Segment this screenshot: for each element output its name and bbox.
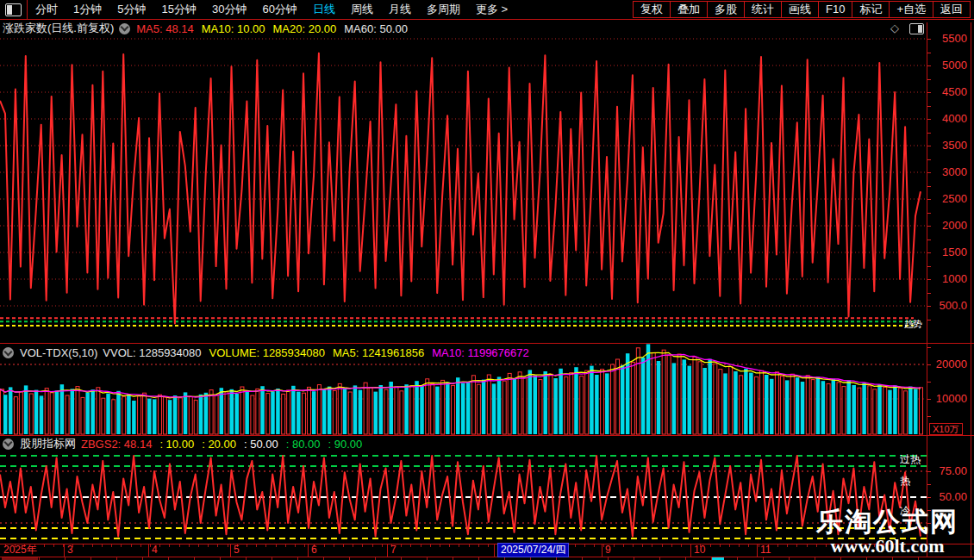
toolbar-button-6[interactable]: 标记 xyxy=(852,1,890,18)
oscillator-chart[interactable] xyxy=(0,448,927,543)
menu-item-9[interactable]: 多周期 xyxy=(419,2,468,17)
date-minor-tick xyxy=(121,544,122,547)
layout-split-icon[interactable] xyxy=(5,3,22,16)
date-minor-tick xyxy=(401,544,402,547)
axis-tick xyxy=(927,39,931,40)
panel-split-icon[interactable] xyxy=(909,23,924,34)
toolbar-button-8[interactable]: 返回 xyxy=(933,1,971,18)
toolbar-button-0[interactable]: 复权 xyxy=(633,1,671,18)
menu-item-2[interactable]: 5分钟 xyxy=(109,2,153,17)
trend-corner-label: 趋势 xyxy=(904,318,927,331)
menu-item-4[interactable]: 30分钟 xyxy=(204,2,254,17)
date-minor-tick xyxy=(83,544,84,547)
date-minor-tick xyxy=(488,544,489,547)
date-minor-tick xyxy=(362,544,363,547)
axis-label: 75.00 xyxy=(939,465,967,477)
date-minor-tick xyxy=(787,544,788,547)
date-separator xyxy=(64,544,65,557)
date-separator xyxy=(308,544,309,557)
axis-tick xyxy=(927,92,931,93)
axis-tick xyxy=(927,79,931,80)
menu-item-7[interactable]: 周线 xyxy=(343,2,381,17)
date-minor-tick xyxy=(324,544,325,547)
axis-tick xyxy=(927,65,931,66)
right-border xyxy=(971,22,971,557)
date-minor-tick xyxy=(421,544,421,547)
diamond-icon[interactable]: ◇ xyxy=(890,22,899,34)
axis-tick xyxy=(927,252,931,253)
axis-tick xyxy=(927,497,931,498)
axis-label: 4500 xyxy=(942,86,967,98)
date-minor-tick xyxy=(285,544,286,547)
toolbar-button-5[interactable]: F10 xyxy=(818,1,852,18)
date-minor-tick xyxy=(469,544,470,547)
date-minor-tick xyxy=(459,544,459,547)
menu-item-6[interactable]: 日线 xyxy=(305,2,343,17)
date-minor-tick xyxy=(720,544,721,547)
oscillator-source: 股朋指标网 xyxy=(20,436,76,451)
main-chart[interactable] xyxy=(0,34,927,343)
menu-item-10[interactable]: 更多 > xyxy=(468,2,515,17)
date-minor-tick xyxy=(131,544,132,547)
toolbar-button-3[interactable]: 统计 xyxy=(744,1,782,18)
date-label: 10 xyxy=(694,544,705,557)
toolbar-button-1[interactable]: 叠加 xyxy=(670,1,708,18)
date-minor-tick xyxy=(729,544,730,547)
period-menu: 分时1分钟5分钟15分钟30分钟60分钟日线周线月线多周期更多 > xyxy=(28,2,515,17)
date-label: 5 xyxy=(234,544,240,557)
chevron-down-icon[interactable] xyxy=(119,23,130,34)
menu-item-8[interactable]: 月线 xyxy=(381,2,419,17)
axis-label: 3500 xyxy=(942,140,967,152)
date-label: 4 xyxy=(152,544,158,557)
watermark: 乐淘公式网 www.60lt.com xyxy=(816,508,958,557)
date-minor-tick xyxy=(159,544,160,547)
date-minor-tick xyxy=(92,544,93,547)
date-minor-tick xyxy=(353,544,353,547)
menu-item-1[interactable]: 1分钟 xyxy=(66,2,109,17)
toolbar-button-7[interactable]: +自选 xyxy=(889,1,933,18)
axis-tick xyxy=(927,119,931,120)
chevron-down-icon[interactable] xyxy=(3,439,14,450)
toolbar-button-2[interactable]: 多股 xyxy=(707,1,745,18)
axis-tick xyxy=(927,347,931,348)
date-minor-tick xyxy=(382,544,383,547)
main-chart-title: 涨跌家数(日线.前复权) xyxy=(3,21,114,36)
menu-item-3[interactable]: 15分钟 xyxy=(153,2,203,17)
date-minor-tick xyxy=(228,544,228,547)
date-minor-tick xyxy=(140,544,141,547)
date-label: 9 xyxy=(605,544,611,557)
axis-label: 5500 xyxy=(942,33,967,45)
watermark-site-name: 乐淘公式网 xyxy=(816,508,958,536)
axis-label: 50.00 xyxy=(939,491,967,503)
date-minor-tick xyxy=(623,544,624,547)
indicator-readout: VVOL: 1285934080 xyxy=(103,346,201,359)
axis-tick xyxy=(927,416,931,417)
axis-label: 1000 xyxy=(942,273,967,285)
date-minor-tick xyxy=(198,544,199,547)
axis-tick xyxy=(927,146,931,146)
indicator-readout: MA5: 48.14 xyxy=(136,22,194,35)
date-minor-tick xyxy=(759,544,759,547)
date-minor-tick xyxy=(633,544,634,547)
axis-tick xyxy=(927,266,931,267)
indicator-readout: : 90.00 xyxy=(328,438,362,451)
date-label: 7 xyxy=(390,544,396,557)
date-label: 2025年 xyxy=(3,544,37,557)
top-menubar: 分时1分钟5分钟15分钟30分钟60分钟日线周线月线多周期更多 > 复权叠加多股… xyxy=(0,0,974,20)
date-minor-tick xyxy=(247,544,247,547)
date-minor-tick xyxy=(372,544,373,547)
date-cursor: 2025/07/24/四 xyxy=(497,543,569,557)
axis-label: 1500 xyxy=(942,246,967,258)
menu-item-0[interactable]: 分时 xyxy=(28,2,66,17)
toolbar-button-4[interactable]: 画线 xyxy=(781,1,819,18)
date-minor-tick xyxy=(343,544,344,547)
menu-item-5[interactable]: 60分钟 xyxy=(254,2,304,17)
axis-tick xyxy=(927,106,931,107)
date-separator xyxy=(690,544,691,557)
date-minor-tick xyxy=(256,544,257,547)
date-separator xyxy=(230,544,231,557)
date-minor-tick xyxy=(265,544,266,547)
date-minor-tick xyxy=(652,544,652,547)
axis-label: 500.0 xyxy=(939,300,967,312)
chevron-down-icon[interactable] xyxy=(3,347,14,358)
